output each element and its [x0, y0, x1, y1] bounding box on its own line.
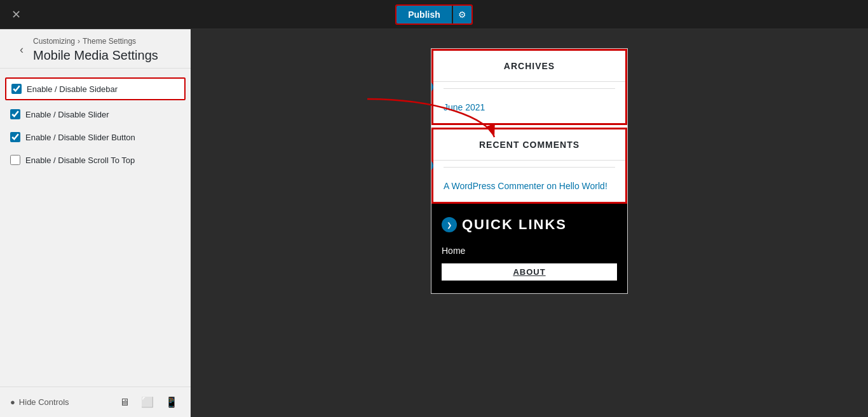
- checkbox-scroll-top[interactable]: Enable / Disable Scroll To Top: [0, 149, 191, 171]
- checkbox-scroll-top-label: Enable / Disable Scroll To Top: [25, 156, 135, 165]
- circle-icon: ●: [10, 397, 15, 407]
- checkbox-sidebar[interactable]: Enable / Disable Sidebar: [5, 77, 186, 100]
- main-layout: ‹ Customizing › Theme Settings Mobile Me…: [0, 29, 868, 417]
- checkbox-sidebar-label: Enable / Disable Sidebar: [27, 84, 118, 94]
- breadcrumb-part1: Customizing: [33, 37, 75, 46]
- gear-icon: ⚙: [458, 10, 466, 20]
- publish-settings-button[interactable]: ⚙: [453, 6, 471, 23]
- recent-comments-title: RECENT COMMENTS: [433, 129, 625, 161]
- breadcrumb-part2: Theme Settings: [83, 37, 136, 46]
- checkbox-slider-label: Enable / Disable Slider: [25, 110, 109, 119]
- archives-june-link[interactable]: June 2021: [444, 102, 485, 112]
- quick-links-header: ❯ QUICK LINKS: [442, 216, 617, 233]
- hide-controls-label: Hide Controls: [19, 397, 69, 407]
- recent-comments-separator: [444, 167, 615, 168]
- recent-comments-widget: ❯ RECENT COMMENTS A WordPress Commenter …: [431, 128, 627, 204]
- quick-links-title: QUICK LINKS: [462, 216, 567, 233]
- website-preview[interactable]: ❯ ARCHIVES June 2021 ❯ RECENT COMMENTS A…: [431, 48, 628, 294]
- sidebar-panel: ‹ Customizing › Theme Settings Mobile Me…: [0, 29, 191, 417]
- archives-title: ARCHIVES: [433, 51, 625, 82]
- quick-links-about[interactable]: ABOUT: [442, 263, 617, 281]
- sidebar-bottom: ● Hide Controls 🖥 ⬜ 📱: [0, 387, 191, 417]
- checkbox-slider-button-input[interactable]: [10, 132, 20, 142]
- tablet-icon[interactable]: ⬜: [139, 394, 156, 411]
- archives-widget: ❯ ARCHIVES June 2021: [431, 49, 627, 125]
- mobile-icon[interactable]: 📱: [163, 394, 180, 411]
- desktop-icon[interactable]: 🖥: [117, 394, 132, 411]
- publish-button[interactable]: Publish: [397, 6, 452, 23]
- hide-controls-button[interactable]: ● Hide Controls: [10, 397, 69, 407]
- checkbox-slider[interactable]: Enable / Disable Slider: [0, 103, 191, 126]
- close-icon: ✕: [11, 8, 21, 22]
- breadcrumb-separator: ›: [78, 37, 80, 46]
- preview-area: ❯ ARCHIVES June 2021 ❯ RECENT COMMENTS A…: [191, 29, 868, 417]
- quick-links-home[interactable]: Home: [442, 243, 617, 258]
- device-icons: 🖥 ⬜ 📱: [117, 394, 180, 411]
- archives-toggle[interactable]: ❯: [431, 81, 433, 93]
- checkbox-sidebar-input[interactable]: [11, 84, 22, 94]
- top-bar: ✕ Publish ⚙: [0, 0, 868, 29]
- close-button[interactable]: ✕: [6, 5, 25, 24]
- breadcrumb: Customizing › Theme Settings: [33, 37, 180, 46]
- recent-comment-link[interactable]: A WordPress Commenter on Hello World!: [444, 181, 607, 191]
- checkbox-slider-button-label: Enable / Disable Slider Button: [25, 133, 135, 142]
- sidebar-header: ‹ Customizing › Theme Settings Mobile Me…: [0, 29, 191, 69]
- checkbox-slider-button[interactable]: Enable / Disable Slider Button: [0, 126, 191, 149]
- quick-links-icon: ❯: [442, 217, 457, 232]
- archives-content: June 2021: [433, 95, 625, 123]
- quick-links-section: ❯ QUICK LINKS Home ABOUT: [431, 204, 627, 293]
- recent-comments-toggle[interactable]: ❯: [431, 159, 433, 172]
- checkbox-slider-input[interactable]: [10, 109, 20, 119]
- checkbox-scroll-top-input[interactable]: [10, 155, 20, 165]
- recent-comments-content: A WordPress Commenter on Hello World!: [433, 174, 625, 202]
- publish-group: Publish ⚙: [395, 4, 473, 25]
- sidebar-content: Enable / Disable Sidebar Enable / Disabl…: [0, 69, 191, 387]
- page-title: Mobile Media Settings: [33, 48, 180, 63]
- back-icon: ‹: [20, 43, 24, 56]
- back-button[interactable]: ‹: [10, 39, 33, 62]
- archives-separator: [444, 88, 615, 89]
